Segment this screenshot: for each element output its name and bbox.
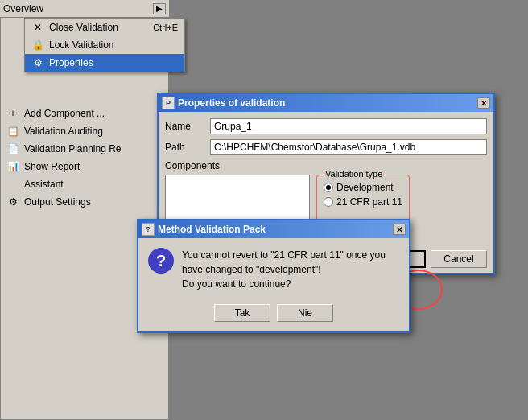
radio-cfr-btn[interactable] <box>324 197 333 207</box>
add-component-icon: + <box>6 107 19 120</box>
mvp-buttons: Tak Nie <box>138 301 409 331</box>
menu-item-close-validation[interactable]: ✕ Close Validation Ctrl+E <box>25 19 184 36</box>
overview-bar: Overview ▶ <box>0 0 169 18</box>
sidebar-item-validation-planning[interactable]: 📄 Validation Planning Re <box>0 140 169 158</box>
overview-title: Overview <box>3 3 43 14</box>
sidebar-item-show-report-label: Show Report <box>24 161 163 172</box>
overview-close-button[interactable]: ▶ <box>153 3 166 14</box>
properties-titlebar: P Properties of validation ✕ <box>159 94 493 112</box>
lock-validation-icon: 🔒 <box>31 39 44 51</box>
path-label: Path <box>165 142 205 153</box>
mvp-close-button[interactable]: ✕ <box>393 224 406 235</box>
radio-development[interactable]: Development <box>324 182 402 193</box>
close-validation-icon: ✕ <box>31 21 44 34</box>
radio-development-label: Development <box>336 182 394 193</box>
menu-item-lock-validation[interactable]: 🔒 Lock Validation <box>25 36 184 54</box>
nie-button[interactable]: Nie <box>277 304 333 322</box>
radio-development-btn[interactable] <box>324 183 333 192</box>
sidebar-item-assistant[interactable]: Assistant <box>0 175 169 193</box>
properties-close-button[interactable]: ✕ <box>477 97 490 109</box>
sidebar-section: + Add Component ... 📋 Validation Auditin… <box>0 105 169 211</box>
validation-planning-icon: 📄 <box>6 142 19 155</box>
cancel-button[interactable]: Cancel <box>431 250 487 268</box>
properties-dialog-title: Properties of validation <box>178 97 474 109</box>
mvp-titlebar: ? Method Validation Pack ✕ <box>138 220 409 238</box>
mvp-dialog-content: ? You cannot revert to "21 CFR part 11" … <box>138 238 409 301</box>
sidebar-item-output-settings[interactable]: ⚙ Output Settings <box>0 193 169 211</box>
properties-dialog-icon: P <box>162 97 175 109</box>
sidebar-item-validation-planning-label: Validation Planning Re <box>24 143 163 154</box>
assistant-icon <box>6 178 19 191</box>
path-input[interactable] <box>210 139 487 155</box>
context-menu: ✕ Close Validation Ctrl+E 🔒 Lock Validat… <box>24 18 185 72</box>
mvp-dialog: ? Method Validation Pack ✕ ? You cannot … <box>137 219 410 333</box>
sidebar-item-add-component[interactable]: + Add Component ... <box>0 105 169 122</box>
validation-type-legend: Validation type <box>324 169 384 179</box>
path-row: Path <box>165 139 487 155</box>
lock-validation-label: Lock Validation <box>49 39 114 51</box>
validation-auditing-icon: 📋 <box>6 125 19 138</box>
tak-button[interactable]: Tak <box>214 304 270 322</box>
sidebar-item-assistant-label: Assistant <box>24 179 163 190</box>
close-validation-label: Close Validation <box>49 22 118 33</box>
sidebar-item-output-settings-label: Output Settings <box>24 196 163 208</box>
sidebar-item-validation-auditing[interactable]: 📋 Validation Auditing <box>0 122 169 140</box>
question-icon: ? <box>148 248 174 274</box>
name-row: Name <box>165 118 487 134</box>
sidebar-item-show-report[interactable]: 📊 Show Report <box>0 158 169 175</box>
close-validation-shortcut: Ctrl+E <box>153 23 178 32</box>
properties-label: Properties <box>49 57 93 68</box>
name-label: Name <box>165 121 205 132</box>
radio-cfr-label: 21 CFR part 11 <box>336 196 402 208</box>
name-input[interactable] <box>210 118 487 134</box>
properties-icon: ⚙ <box>31 56 44 69</box>
mvp-dialog-icon: ? <box>142 223 155 236</box>
menu-item-properties[interactable]: ⚙ Properties <box>25 54 184 72</box>
sidebar-item-add-component-label: Add Component ... <box>24 108 163 119</box>
mvp-message-line1: You cannot revert to "21 CFR part 11" on… <box>182 249 386 275</box>
output-settings-icon: ⚙ <box>6 196 19 208</box>
show-report-icon: 📊 <box>6 160 19 173</box>
mvp-message: You cannot revert to "21 CFR part 11" on… <box>182 248 399 291</box>
mvp-message-line2: Do you want to continue? <box>182 278 291 290</box>
radio-cfr[interactable]: 21 CFR part 11 <box>324 196 402 208</box>
sidebar-item-validation-auditing-label: Validation Auditing <box>24 126 163 137</box>
mvp-dialog-title: Method Validation Pack <box>158 224 390 235</box>
